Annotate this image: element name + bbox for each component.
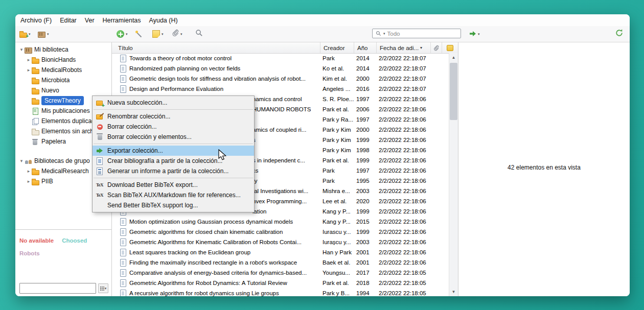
add-attachment-button[interactable]: ▾ [172,29,182,39]
context-menu-item-send-better-bibtex-support-log[interactable]: Send Better BibTeX support log... [93,200,254,210]
item-year: 2015 [354,219,377,225]
context-menu-item-borrar-colecci-n[interactable]: Borrar colección... [93,122,254,132]
sidebar-item-label: Nuevo [41,87,59,94]
context-menu-item-borrar-colecci-n-y-elementos[interactable]: Borrar colección y elementos... [93,132,254,142]
locate-button[interactable]: ▾ [469,29,480,39]
report-icon [95,167,104,175]
table-row[interactable]: Towards a theory of robot motor controlP… [112,53,449,63]
table-row[interactable]: Motion optimization using Gaussian proce… [112,217,449,227]
item-title: Finding the maximally inscribed rectangl… [129,259,297,266]
scroll-up-button[interactable]: ▲ [449,53,458,62]
menubar-item-ayuda-h[interactable]: Ayuda (H) [145,15,182,26]
table-row[interactable]: Comparative analysis of energy-based cri… [112,268,449,278]
context-menu-item-scan-bibtex-aux-markdown-file-for-references[interactable]: TeXScan BibTeX AUX/Markdown file for ref… [93,190,254,200]
column-picker-icon [447,45,453,51]
menubar-item-ver[interactable]: Ver [81,15,99,26]
menubar-item-herramientas[interactable]: Herramientas [99,15,145,26]
menubar-item-editar[interactable]: Editar [56,15,81,26]
item-title: Comparative analysis of energy-based cri… [129,270,307,276]
new-collection-button[interactable]: + ▾ [19,29,31,39]
context-menu-item-nueva-subcolecci-n[interactable]: Nueva subcolección... [93,98,254,108]
minus-red-icon [95,123,104,131]
folder-rename-icon [95,112,104,121]
add-by-identifier-button[interactable] [135,29,143,39]
item-creator: Youngsu... [320,270,354,276]
chevron-down-icon: ▾ [478,32,480,36]
advanced-search-button[interactable] [195,29,203,39]
item-date-added: 2/2/2022 22:18:06 [377,157,431,163]
new-note-button[interactable]: ▾ [152,29,164,39]
tex-icon: TeX [95,191,104,199]
sidebar-item-label: Microbiota [41,77,70,84]
table-row[interactable]: Randomized path planning on vector field… [112,63,449,74]
column-header-column-picker[interactable] [442,42,458,53]
menubar: Archivo (F)EditarVerHerramientasAyuda (H… [15,14,630,26]
column-header-paperclip[interactable] [431,42,442,53]
table-row[interactable]: Finding the maximally inscribed rectangl… [112,257,449,268]
items-scrollbar[interactable]: ▲ ▼ [449,53,458,296]
sidebar-item-mi-biblioteca[interactable]: ▾Mi biblioteca [15,44,111,55]
sync-button[interactable] [615,29,624,39]
table-row[interactable]: Geometric algorithms for closed chain ki… [112,227,449,237]
tag-choosed[interactable]: Choosed [62,235,87,247]
library-icon [25,46,32,53]
chevron-down-icon: ▾ [383,32,385,36]
table-row[interactable]: Design and Performance EvaluationAngeles… [112,84,449,94]
item-title: Towards a theory of robot motor control [129,55,232,61]
sidebar-item-nuevo[interactable]: Nuevo [15,85,111,96]
column-label: Año [357,45,367,51]
column-header-t-tulo[interactable]: Título [112,42,320,53]
scrollbar-thumb[interactable] [450,63,457,120]
sidebar-item-microbiota[interactable]: Microbiota [15,75,111,85]
table-row[interactable]: A recursive algorithm for robot dynamics… [112,288,449,296]
table-row[interactable]: Geometric design tools for stiffness and… [112,74,449,84]
tag-selector-options-button[interactable]: ▾ [98,283,108,293]
context-menu-item-renombrar-colecci-n[interactable]: Renombrar colección... [93,111,254,122]
caret-right-icon[interactable]: ▸ [26,169,32,174]
column-header-fecha-de-adi[interactable]: Fecha de adi...▾ [377,42,431,53]
caret-right-icon[interactable]: ▸ [26,67,32,73]
title-cell: Geometric algorithms for closed chain ki… [112,228,320,236]
context-menu-item-label: Borrar colección... [107,123,157,130]
sort-descending-icon: ▾ [420,45,422,50]
tag-filter-row: ▾ [19,283,108,294]
sidebar-item-bionichands[interactable]: ▸BionicHands [15,55,111,65]
item-creator: Iurașcu y... [320,239,354,245]
item-title: amics of coupled ri... [252,127,306,133]
duplicates-icon [32,118,39,125]
context-menu-item-label: Crear bibliografía a partir de la colecc… [107,157,222,164]
chevron-down-icon: ▾ [47,32,49,36]
context-menu-item-exportar-colecci-n[interactable]: Exportar colección... [93,146,254,156]
item-date-added: 2/2/2022 22:18:06 [377,127,431,133]
sidebar-item-medicalrobots[interactable]: ▸MedicalRobots [15,65,111,75]
column-header-creador[interactable]: Creador [320,42,354,53]
menubar-item-archivo-f[interactable]: Archivo (F) [16,15,56,26]
table-row[interactable]: Geometric Algorithms for Robot Dynamics:… [112,278,449,288]
column-header-a-o[interactable]: Año [354,42,377,53]
search-icon [195,29,203,39]
caret-right-icon[interactable]: ▸ [26,179,32,184]
context-menu-item-download-better-bibtex-export[interactable]: TeXDownload Better BibTeX export... [93,180,254,190]
tag-robots[interactable]: Robots [19,248,40,259]
table-row[interactable]: Geometric Algorithms for Kinematic Calib… [112,237,449,247]
new-library-button[interactable]: ▾ [38,29,49,39]
new-item-button[interactable]: ▾ [117,29,128,39]
caret-down-icon[interactable]: ▾ [18,158,25,163]
tag-filter-input[interactable] [19,283,96,294]
search-box[interactable]: ▾ Todo [372,29,461,38]
caret-right-icon[interactable]: ▸ [26,57,32,62]
column-label: Creador [324,45,345,51]
tag-no-available[interactable]: No available [19,235,54,247]
scroll-down-button[interactable]: ▼ [449,288,458,296]
column-label: Fecha de adi... [380,45,419,51]
item-title: Motion optimization using Gaussian proce… [129,219,293,225]
item-creator: Han y Park [320,249,354,255]
table-row[interactable]: Least squares tracking on the Euclidean … [112,247,449,257]
title-cell: Geometric Algorithms for Kinematic Calib… [112,239,320,246]
toolbar: + ▾ ▾ ▾ ▾ ▾ ▾ Todo [15,26,630,42]
item-title: Geometric Algorithms for Kinematic Calib… [129,239,302,245]
context-menu-item-generar-un-informe-a-partir-de-la-colecci-n[interactable]: Generar un informe a partir de la colecc… [93,166,254,176]
caret-down-icon[interactable]: ▾ [18,47,25,52]
context-menu-item-crear-bibliograf-a-a-partir-de-la-colecci-n[interactable]: Crear bibliografía a partir de la colecc… [93,156,254,166]
folder-icon [32,178,39,185]
